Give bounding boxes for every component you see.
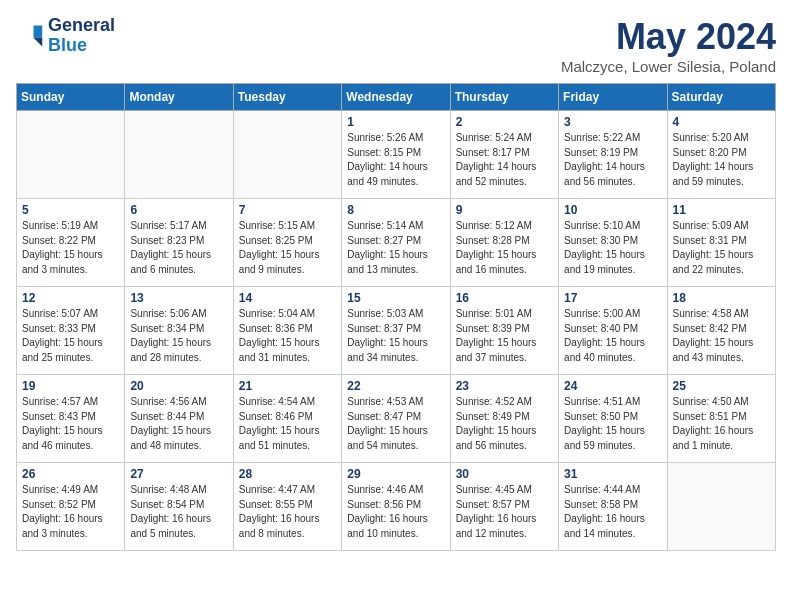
calendar-cell: 18Sunrise: 4:58 AM Sunset: 8:42 PM Dayli… (667, 287, 775, 375)
calendar-cell: 25Sunrise: 4:50 AM Sunset: 8:51 PM Dayli… (667, 375, 775, 463)
day-info: Sunrise: 4:48 AM Sunset: 8:54 PM Dayligh… (130, 483, 227, 541)
calendar-cell: 1Sunrise: 5:26 AM Sunset: 8:15 PM Daylig… (342, 111, 450, 199)
day-info: Sunrise: 5:04 AM Sunset: 8:36 PM Dayligh… (239, 307, 336, 365)
day-info: Sunrise: 5:07 AM Sunset: 8:33 PM Dayligh… (22, 307, 119, 365)
day-info: Sunrise: 5:09 AM Sunset: 8:31 PM Dayligh… (673, 219, 770, 277)
day-number: 25 (673, 379, 770, 393)
page-header: General Blue May 2024 Malczyce, Lower Si… (16, 16, 776, 75)
calendar-cell: 21Sunrise: 4:54 AM Sunset: 8:46 PM Dayli… (233, 375, 341, 463)
weekday-header-friday: Friday (559, 84, 667, 111)
day-number: 1 (347, 115, 444, 129)
day-number: 8 (347, 203, 444, 217)
week-row-1: 1Sunrise: 5:26 AM Sunset: 8:15 PM Daylig… (17, 111, 776, 199)
calendar-cell: 16Sunrise: 5:01 AM Sunset: 8:39 PM Dayli… (450, 287, 558, 375)
day-number: 19 (22, 379, 119, 393)
day-number: 20 (130, 379, 227, 393)
day-number: 3 (564, 115, 661, 129)
day-number: 21 (239, 379, 336, 393)
calendar-title: May 2024 (561, 16, 776, 58)
calendar-cell: 9Sunrise: 5:12 AM Sunset: 8:28 PM Daylig… (450, 199, 558, 287)
day-info: Sunrise: 5:15 AM Sunset: 8:25 PM Dayligh… (239, 219, 336, 277)
day-number: 4 (673, 115, 770, 129)
day-info: Sunrise: 4:45 AM Sunset: 8:57 PM Dayligh… (456, 483, 553, 541)
day-number: 11 (673, 203, 770, 217)
calendar-cell: 7Sunrise: 5:15 AM Sunset: 8:25 PM Daylig… (233, 199, 341, 287)
calendar-cell: 19Sunrise: 4:57 AM Sunset: 8:43 PM Dayli… (17, 375, 125, 463)
calendar-cell: 22Sunrise: 4:53 AM Sunset: 8:47 PM Dayli… (342, 375, 450, 463)
day-info: Sunrise: 4:56 AM Sunset: 8:44 PM Dayligh… (130, 395, 227, 453)
day-info: Sunrise: 4:58 AM Sunset: 8:42 PM Dayligh… (673, 307, 770, 365)
day-number: 10 (564, 203, 661, 217)
day-number: 6 (130, 203, 227, 217)
logo-icon (16, 22, 44, 50)
day-info: Sunrise: 4:57 AM Sunset: 8:43 PM Dayligh… (22, 395, 119, 453)
day-info: Sunrise: 5:17 AM Sunset: 8:23 PM Dayligh… (130, 219, 227, 277)
calendar-cell: 23Sunrise: 4:52 AM Sunset: 8:49 PM Dayli… (450, 375, 558, 463)
day-number: 15 (347, 291, 444, 305)
day-number: 5 (22, 203, 119, 217)
day-info: Sunrise: 4:47 AM Sunset: 8:55 PM Dayligh… (239, 483, 336, 541)
day-number: 14 (239, 291, 336, 305)
calendar-cell: 24Sunrise: 4:51 AM Sunset: 8:50 PM Dayli… (559, 375, 667, 463)
day-number: 13 (130, 291, 227, 305)
weekday-header-sunday: Sunday (17, 84, 125, 111)
day-info: Sunrise: 5:19 AM Sunset: 8:22 PM Dayligh… (22, 219, 119, 277)
weekday-header-thursday: Thursday (450, 84, 558, 111)
day-number: 18 (673, 291, 770, 305)
week-row-3: 12Sunrise: 5:07 AM Sunset: 8:33 PM Dayli… (17, 287, 776, 375)
calendar-cell: 11Sunrise: 5:09 AM Sunset: 8:31 PM Dayli… (667, 199, 775, 287)
logo: General Blue (16, 16, 115, 56)
calendar-cell: 10Sunrise: 5:10 AM Sunset: 8:30 PM Dayli… (559, 199, 667, 287)
calendar-cell (667, 463, 775, 551)
day-number: 17 (564, 291, 661, 305)
day-number: 7 (239, 203, 336, 217)
day-number: 22 (347, 379, 444, 393)
calendar-cell: 20Sunrise: 4:56 AM Sunset: 8:44 PM Dayli… (125, 375, 233, 463)
svg-marker-0 (34, 25, 43, 37)
day-info: Sunrise: 5:14 AM Sunset: 8:27 PM Dayligh… (347, 219, 444, 277)
day-info: Sunrise: 5:12 AM Sunset: 8:28 PM Dayligh… (456, 219, 553, 277)
calendar-subtitle: Malczyce, Lower Silesia, Poland (561, 58, 776, 75)
calendar-cell (17, 111, 125, 199)
day-info: Sunrise: 5:22 AM Sunset: 8:19 PM Dayligh… (564, 131, 661, 189)
day-info: Sunrise: 4:52 AM Sunset: 8:49 PM Dayligh… (456, 395, 553, 453)
day-info: Sunrise: 5:00 AM Sunset: 8:40 PM Dayligh… (564, 307, 661, 365)
day-info: Sunrise: 5:20 AM Sunset: 8:20 PM Dayligh… (673, 131, 770, 189)
day-number: 30 (456, 467, 553, 481)
day-info: Sunrise: 5:10 AM Sunset: 8:30 PM Dayligh… (564, 219, 661, 277)
calendar-cell: 15Sunrise: 5:03 AM Sunset: 8:37 PM Dayli… (342, 287, 450, 375)
week-row-2: 5Sunrise: 5:19 AM Sunset: 8:22 PM Daylig… (17, 199, 776, 287)
calendar-table: SundayMondayTuesdayWednesdayThursdayFrid… (16, 83, 776, 551)
weekday-header-saturday: Saturday (667, 84, 775, 111)
logo-text: General Blue (48, 16, 115, 56)
calendar-cell: 13Sunrise: 5:06 AM Sunset: 8:34 PM Dayli… (125, 287, 233, 375)
day-info: Sunrise: 4:54 AM Sunset: 8:46 PM Dayligh… (239, 395, 336, 453)
day-info: Sunrise: 5:24 AM Sunset: 8:17 PM Dayligh… (456, 131, 553, 189)
day-info: Sunrise: 5:26 AM Sunset: 8:15 PM Dayligh… (347, 131, 444, 189)
day-number: 23 (456, 379, 553, 393)
calendar-cell: 14Sunrise: 5:04 AM Sunset: 8:36 PM Dayli… (233, 287, 341, 375)
day-number: 27 (130, 467, 227, 481)
day-number: 12 (22, 291, 119, 305)
day-number: 28 (239, 467, 336, 481)
day-info: Sunrise: 5:01 AM Sunset: 8:39 PM Dayligh… (456, 307, 553, 365)
calendar-cell: 5Sunrise: 5:19 AM Sunset: 8:22 PM Daylig… (17, 199, 125, 287)
day-number: 24 (564, 379, 661, 393)
calendar-title-block: May 2024 Malczyce, Lower Silesia, Poland (561, 16, 776, 75)
week-row-5: 26Sunrise: 4:49 AM Sunset: 8:52 PM Dayli… (17, 463, 776, 551)
day-info: Sunrise: 4:53 AM Sunset: 8:47 PM Dayligh… (347, 395, 444, 453)
calendar-cell: 28Sunrise: 4:47 AM Sunset: 8:55 PM Dayli… (233, 463, 341, 551)
calendar-cell (233, 111, 341, 199)
svg-marker-1 (34, 38, 43, 47)
day-number: 26 (22, 467, 119, 481)
calendar-cell: 31Sunrise: 4:44 AM Sunset: 8:58 PM Dayli… (559, 463, 667, 551)
weekday-header-monday: Monday (125, 84, 233, 111)
calendar-cell: 29Sunrise: 4:46 AM Sunset: 8:56 PM Dayli… (342, 463, 450, 551)
day-info: Sunrise: 4:46 AM Sunset: 8:56 PM Dayligh… (347, 483, 444, 541)
calendar-cell (125, 111, 233, 199)
week-row-4: 19Sunrise: 4:57 AM Sunset: 8:43 PM Dayli… (17, 375, 776, 463)
day-info: Sunrise: 4:51 AM Sunset: 8:50 PM Dayligh… (564, 395, 661, 453)
day-info: Sunrise: 4:44 AM Sunset: 8:58 PM Dayligh… (564, 483, 661, 541)
calendar-cell: 2Sunrise: 5:24 AM Sunset: 8:17 PM Daylig… (450, 111, 558, 199)
calendar-cell: 8Sunrise: 5:14 AM Sunset: 8:27 PM Daylig… (342, 199, 450, 287)
